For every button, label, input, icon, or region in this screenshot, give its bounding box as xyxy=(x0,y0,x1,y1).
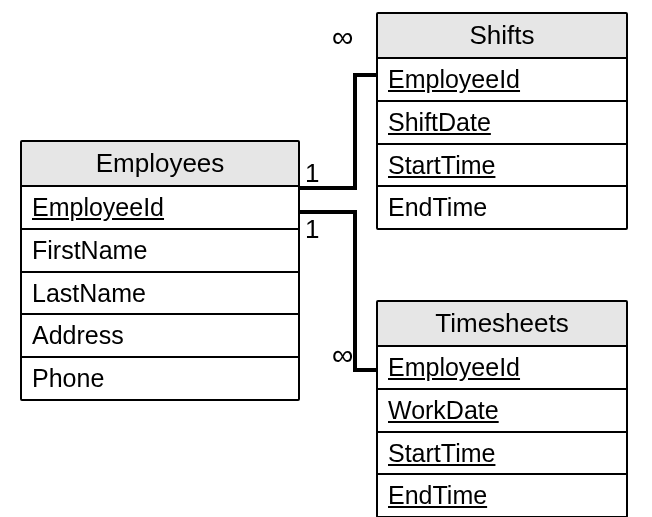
field-row: EmployeeId xyxy=(22,187,298,230)
field-row: EmployeeId xyxy=(378,347,626,390)
field-row: StartTime xyxy=(378,433,626,476)
field-name: Address xyxy=(32,321,124,349)
field-name: ShiftDate xyxy=(388,108,491,136)
field-row: Address xyxy=(22,315,298,358)
field-name: EndTime xyxy=(388,481,487,509)
field-row: Phone xyxy=(22,358,298,399)
field-row: FirstName xyxy=(22,230,298,273)
field-name: FirstName xyxy=(32,236,147,264)
field-name: StartTime xyxy=(388,439,495,467)
entity-shifts: Shifts EmployeeId ShiftDate StartTime En… xyxy=(376,12,628,230)
cardinality-one: 1 xyxy=(305,158,319,189)
field-name: LastName xyxy=(32,279,146,307)
field-row: ShiftDate xyxy=(378,102,626,145)
entity-employees: Employees EmployeeId FirstName LastName … xyxy=(20,140,300,401)
er-diagram: { "entities": { "employees": { "title": … xyxy=(0,0,652,517)
field-row: WorkDate xyxy=(378,390,626,433)
cardinality-infinity: ∞ xyxy=(332,20,353,54)
entity-timesheets: Timesheets EmployeeId WorkDate StartTime… xyxy=(376,300,628,517)
field-row: StartTime xyxy=(378,145,626,188)
entity-title: Timesheets xyxy=(378,302,626,347)
field-name: WorkDate xyxy=(388,396,499,424)
field-row: EmployeeId xyxy=(378,59,626,102)
field-name: StartTime xyxy=(388,151,495,179)
field-name: Phone xyxy=(32,364,104,392)
field-row: LastName xyxy=(22,273,298,316)
entity-title: Shifts xyxy=(378,14,626,59)
field-name: EndTime xyxy=(388,193,487,221)
cardinality-one: 1 xyxy=(305,214,319,245)
field-row: EndTime xyxy=(378,475,626,516)
field-name: EmployeeId xyxy=(388,65,520,93)
field-name: EmployeeId xyxy=(32,193,164,221)
entity-title: Employees xyxy=(22,142,298,187)
cardinality-infinity: ∞ xyxy=(332,338,353,372)
field-row: EndTime xyxy=(378,187,626,228)
field-name: EmployeeId xyxy=(388,353,520,381)
